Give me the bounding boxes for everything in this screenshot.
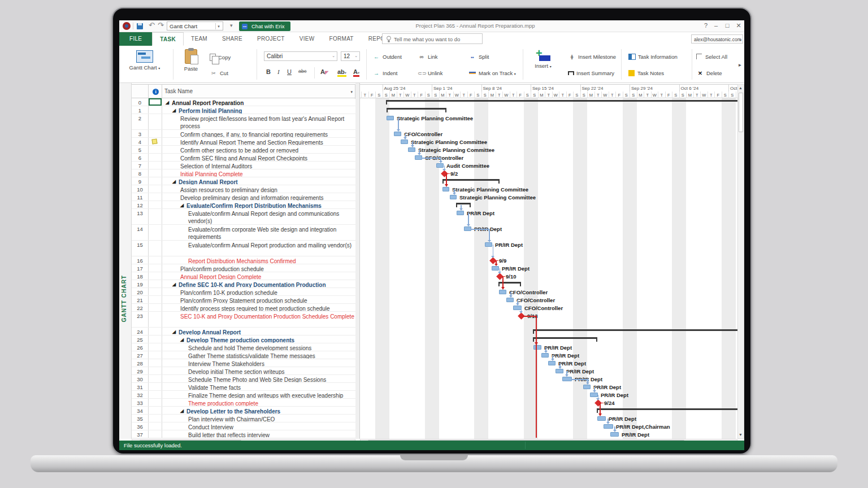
task-info-cell[interactable] bbox=[149, 272, 162, 280]
collapse-icon[interactable]: ◢ bbox=[180, 336, 184, 343]
task-id-cell[interactable]: 19 bbox=[132, 280, 149, 287]
task-id-cell[interactable]: 16 bbox=[132, 256, 149, 264]
task-name-cell[interactable]: Initial Planning Complete bbox=[162, 169, 355, 177]
task-id-cell[interactable]: 30 bbox=[132, 375, 149, 382]
task-bar[interactable] bbox=[442, 187, 449, 191]
task-id-cell[interactable]: 0 bbox=[132, 98, 149, 106]
task-info-cell[interactable] bbox=[149, 162, 162, 169]
task-bar[interactable] bbox=[450, 195, 457, 199]
task-bar[interactable] bbox=[597, 416, 606, 421]
task-name-cell[interactable]: SEC 10-K and Proxy Documentation Product… bbox=[162, 312, 355, 327]
task-bar[interactable] bbox=[457, 211, 464, 215]
task-bar[interactable] bbox=[408, 147, 415, 152]
task-bar[interactable] bbox=[590, 393, 598, 397]
tab-project[interactable]: PROJECT bbox=[250, 32, 292, 46]
task-info-cell[interactable] bbox=[149, 288, 162, 295]
task-info-cell[interactable] bbox=[149, 138, 162, 145]
task-bar[interactable] bbox=[499, 290, 506, 294]
task-name-cell[interactable]: Evaluate/confirm Annual Report design an… bbox=[162, 209, 355, 224]
task-id-cell[interactable]: 36 bbox=[132, 422, 149, 430]
underline-button[interactable]: U bbox=[287, 68, 292, 75]
task-info-cell[interactable] bbox=[149, 343, 162, 351]
task-info-cell[interactable] bbox=[149, 351, 162, 359]
table-row[interactable]: 2Review project file/lessons learned fro… bbox=[132, 114, 355, 130]
task-id-cell[interactable]: 32 bbox=[132, 391, 149, 398]
table-row[interactable]: 12◢Evaluate/Confirm Report Distribution … bbox=[132, 201, 355, 209]
task-info-cell[interactable] bbox=[149, 256, 162, 264]
table-row[interactable]: 4Identify Annual Report Theme and Sectio… bbox=[132, 138, 355, 146]
bold-button[interactable]: B bbox=[266, 68, 271, 75]
task-id-cell[interactable]: 24 bbox=[132, 328, 149, 335]
table-row[interactable]: 10Assign resources to preliminary design bbox=[132, 185, 355, 193]
table-row[interactable]: 37Build letter that reflects interview bbox=[132, 430, 355, 438]
task-id-cell[interactable]: 29 bbox=[132, 367, 149, 374]
mark-on-track-button[interactable]: Mark on Track ▾ bbox=[468, 70, 516, 76]
collapse-icon[interactable]: ◢ bbox=[166, 99, 169, 106]
task-bar[interactable] bbox=[604, 424, 613, 429]
task-id-cell[interactable]: 34 bbox=[132, 407, 149, 414]
scroll-up-icon[interactable]: ▲ bbox=[739, 86, 743, 90]
table-row[interactable]: 9◢Design Annual Report bbox=[132, 177, 355, 185]
task-name-cell[interactable]: Review project file/lessons learned from… bbox=[162, 114, 355, 129]
task-name-cell[interactable]: Finalize Theme design and writeups with … bbox=[162, 391, 355, 398]
task-bar[interactable] bbox=[506, 298, 514, 302]
save-icon[interactable] bbox=[137, 23, 143, 29]
task-info-cell[interactable] bbox=[149, 146, 162, 153]
tab-share[interactable]: SHARE bbox=[215, 32, 250, 46]
table-row[interactable]: 31Validate Theme facts bbox=[132, 383, 355, 391]
strikethrough-button[interactable]: abc bbox=[298, 68, 307, 74]
collapse-icon[interactable]: ◢ bbox=[172, 281, 176, 287]
task-info-cell[interactable] bbox=[149, 383, 162, 390]
summary-bar[interactable] bbox=[442, 179, 500, 181]
task-info-cell[interactable] bbox=[149, 407, 162, 414]
task-information-button[interactable]: Task Information bbox=[628, 54, 678, 60]
task-name-cell[interactable]: Develop preliminary design and informati… bbox=[162, 193, 355, 201]
task-info-cell[interactable] bbox=[149, 130, 162, 137]
task-info-cell[interactable] bbox=[149, 399, 162, 406]
summary-bar[interactable] bbox=[386, 100, 737, 102]
task-info-cell[interactable] bbox=[149, 106, 162, 114]
indent-button[interactable]: →Indent bbox=[372, 70, 397, 76]
insert-summary-button[interactable]: Insert Summary bbox=[568, 70, 614, 76]
task-info-cell[interactable] bbox=[149, 114, 162, 129]
help-button[interactable]: ? bbox=[701, 22, 710, 29]
table-row[interactable]: 7Selection of Internal Auditors bbox=[132, 162, 355, 169]
gantt-vscrollbar[interactable] bbox=[737, 84, 744, 439]
clear-format-button[interactable]: A◤ bbox=[320, 68, 328, 75]
task-id-cell[interactable]: 37 bbox=[132, 430, 149, 438]
collapse-icon[interactable]: ◢ bbox=[172, 178, 176, 185]
task-name-cell[interactable]: Evaluate/confirm Annual Report productio… bbox=[162, 241, 355, 256]
task-info-cell[interactable] bbox=[149, 375, 162, 382]
task-id-cell[interactable]: 13 bbox=[132, 209, 149, 224]
collapse-icon[interactable]: ◢ bbox=[180, 407, 184, 414]
table-row[interactable]: 23SEC 10-K and Proxy Documentation Produ… bbox=[132, 312, 355, 328]
table-row[interactable]: 36Conduct Interview bbox=[132, 422, 355, 430]
delete-button[interactable]: ✕Delete bbox=[696, 70, 722, 76]
table-row[interactable]: 11Develop preliminary design and informa… bbox=[132, 193, 355, 201]
summary-bar[interactable] bbox=[533, 337, 597, 339]
table-row[interactable]: 15Evaluate/confirm Annual Report product… bbox=[132, 241, 355, 256]
task-id-cell[interactable]: 20 bbox=[132, 288, 149, 295]
task-name-cell[interactable]: Plan interview with Chairman/CEO bbox=[162, 415, 355, 422]
task-id-cell[interactable]: 22 bbox=[132, 304, 149, 311]
collapse-icon[interactable]: ◢ bbox=[180, 202, 184, 208]
link-button[interactable]: ∞Link bbox=[418, 54, 437, 60]
summary-bar[interactable] bbox=[456, 203, 471, 204]
redo-icon[interactable]: ↷ bbox=[158, 21, 164, 29]
table-gantt-splitter[interactable] bbox=[355, 83, 360, 439]
task-name-cell[interactable]: Evaluate/confirm corporate Web site desi… bbox=[162, 225, 355, 240]
paste-button[interactable]: Paste bbox=[178, 49, 204, 72]
tab-team[interactable]: TEAM bbox=[184, 32, 215, 46]
task-id-cell[interactable]: 18 bbox=[132, 272, 149, 280]
task-name-cell[interactable]: Report Distribution Mechanisms Confirmed bbox=[162, 256, 355, 264]
task-name-cell[interactable]: Gather Theme statistics/validate Theme m… bbox=[162, 351, 355, 359]
copy-button[interactable]: Copy bbox=[210, 54, 231, 61]
task-id-cell[interactable]: 2 bbox=[132, 114, 149, 129]
font-color-button[interactable]: A▾ bbox=[353, 68, 359, 77]
task-info-cell[interactable] bbox=[149, 98, 162, 106]
task-name-cell[interactable]: ◢Develop Annual Report bbox=[162, 328, 355, 335]
task-name-cell[interactable]: Validate Theme facts bbox=[162, 383, 355, 390]
undo-icon[interactable]: ↶ bbox=[149, 21, 155, 29]
table-row[interactable]: 24◢Develop Annual Report bbox=[132, 328, 355, 336]
task-id-cell[interactable]: 7 bbox=[132, 162, 149, 169]
